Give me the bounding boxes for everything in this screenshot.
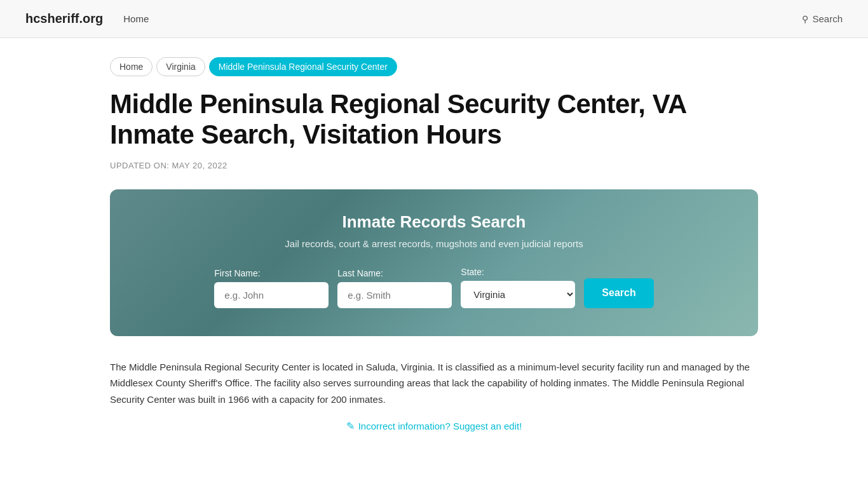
widget-form: First Name: Last Name: State: AlabamaAla… (135, 267, 733, 308)
navbar-search[interactable]: ⚲ Search (802, 13, 843, 24)
suggest-edit-label: Incorrect information? Suggest an edit! (358, 421, 522, 431)
inmate-search-widget: Inmate Records Search Jail records, cour… (110, 189, 758, 336)
updated-date-value: MAY 20, 2022 (172, 161, 227, 170)
navbar-brand[interactable]: hcsheriff.org (25, 11, 103, 26)
state-group: State: AlabamaAlaskaArizonaArkansasCalif… (461, 267, 575, 308)
description-text: The Middle Peninsula Regional Security C… (110, 359, 758, 408)
search-icon: ⚲ (802, 14, 808, 24)
breadcrumb-current[interactable]: Middle Peninsula Regional Security Cente… (209, 57, 397, 76)
navbar-search-label: Search (812, 13, 843, 24)
first-name-input[interactable] (214, 282, 329, 308)
suggest-edit: ✎ Incorrect information? Suggest an edit… (110, 420, 758, 432)
updated-date: UPDATED ON: MAY 20, 2022 (110, 161, 758, 170)
breadcrumb-virginia[interactable]: Virginia (156, 57, 205, 76)
last-name-group: Last Name: (337, 268, 452, 308)
breadcrumb-home[interactable]: Home (110, 57, 153, 76)
last-name-label: Last Name: (337, 268, 452, 278)
widget-subtitle: Jail records, court & arrest records, mu… (135, 238, 733, 249)
main-content: Home Virginia Middle Peninsula Regional … (85, 38, 783, 451)
navbar: hcsheriff.org Home ⚲ Search (0, 0, 868, 38)
widget-title: Inmate Records Search (135, 212, 733, 232)
state-select[interactable]: AlabamaAlaskaArizonaArkansasCaliforniaCo… (461, 281, 575, 308)
pencil-icon: ✎ (346, 420, 355, 432)
state-label: State: (461, 267, 575, 277)
suggest-edit-link[interactable]: ✎ Incorrect information? Suggest an edit… (346, 420, 522, 432)
updated-label: UPDATED ON: (110, 161, 169, 170)
navbar-left: hcsheriff.org Home (25, 11, 149, 26)
navbar-home-link[interactable]: Home (123, 13, 149, 24)
breadcrumb: Home Virginia Middle Peninsula Regional … (110, 57, 758, 76)
page-title: Middle Peninsula Regional Security Cente… (110, 89, 758, 151)
first-name-group: First Name: (214, 268, 329, 308)
first-name-label: First Name: (214, 268, 329, 278)
last-name-input[interactable] (337, 282, 452, 308)
search-button[interactable]: Search (584, 278, 653, 308)
